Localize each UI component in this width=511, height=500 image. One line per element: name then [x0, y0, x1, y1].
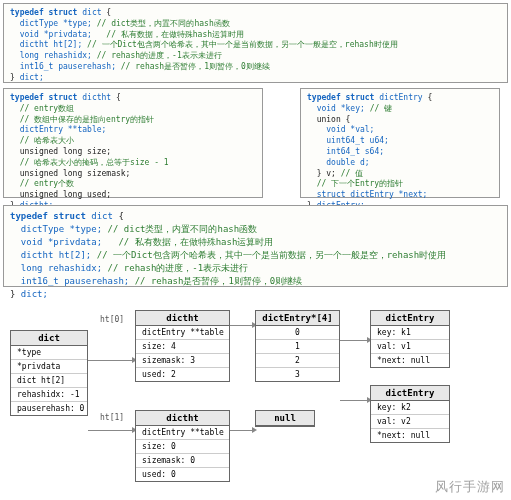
code-block-dict-bottom: typedef struct dict { dictType *type; //…: [3, 205, 508, 287]
box-row: used: 2: [136, 368, 229, 381]
box-row: *type: [11, 346, 87, 360]
box-row: size: 0: [136, 440, 229, 454]
box-row: 3: [256, 368, 339, 381]
comment: // 值: [341, 169, 363, 178]
comment: // 私有数据，在做特殊hash运算时用: [118, 237, 273, 247]
box-row: *next: null: [371, 354, 449, 367]
brace: }: [10, 73, 20, 82]
code-line: double d;: [326, 158, 369, 167]
comment: // dict类型，内置不同的hash函数: [97, 19, 230, 28]
code-line: int16_t pauserehash;: [21, 276, 129, 286]
arrow: [88, 360, 133, 361]
label-ht1: ht[1]: [100, 413, 124, 422]
box-row: key: k1: [371, 326, 449, 340]
box-row: sizemask: 0: [136, 454, 229, 468]
code-block-dict-top: typedef struct dict { dictType *type; //…: [3, 3, 508, 83]
comment: // entry数组: [20, 104, 75, 113]
box-row: 0: [256, 326, 339, 340]
arrow: [88, 430, 133, 431]
code-line: unsigned long size;: [20, 147, 112, 156]
code-block-dictentry: typedef struct dictEntry { void *key; //…: [300, 88, 500, 198]
comment: // rehash的进度，-1表示未进行: [108, 263, 249, 273]
code-line: } v;: [317, 169, 336, 178]
comment: // 下一个Entry的指针: [317, 179, 404, 188]
box-title: dictEntry: [371, 386, 449, 401]
comment: // rehash的进度，-1表示未进行: [97, 51, 222, 60]
arrow: [340, 340, 368, 341]
code-line: void *privdata;: [20, 30, 92, 39]
code-line: uint64_t u64;: [326, 136, 389, 145]
arrow: [230, 325, 253, 326]
keyword: typedef struct: [10, 93, 77, 102]
code-line: long rehashidx;: [21, 263, 102, 273]
box-title: dictht: [136, 411, 229, 426]
brace: {: [106, 8, 111, 17]
brace: {: [116, 93, 121, 102]
box-row: *privdata: [11, 360, 87, 374]
comment: // 哈希表大小: [20, 136, 74, 145]
label-ht0: ht[0]: [100, 315, 124, 324]
comment: // entry个数: [20, 179, 75, 188]
code-line: dictht ht[2];: [21, 250, 91, 260]
code-block-dictht: typedef struct dictht { // entry数组 // 数组…: [3, 88, 263, 198]
comment: // rehash是否暂停，1则暂停，0则继续: [121, 62, 270, 71]
diagram-box-array: dictEntry*[4] 0 1 2 3: [255, 310, 340, 382]
struct-name: dict;: [20, 73, 44, 82]
code-line: void *privdata;: [21, 237, 102, 247]
keyword: typedef struct: [307, 93, 374, 102]
code-line: dictht ht[2];: [20, 40, 83, 49]
brace: {: [427, 93, 432, 102]
keyword: typedef struct: [10, 8, 77, 17]
diagram-box-entry1: dictEntry key: k1 val: v1 *next: null: [370, 310, 450, 368]
box-row: used: 0: [136, 468, 229, 481]
box-row: dict ht[2]: [11, 374, 87, 388]
memory-diagram: ht[0] ht[1] dict *type *privdata dict ht…: [0, 300, 511, 500]
comment: // 键: [370, 104, 392, 113]
box-row: size: 4: [136, 340, 229, 354]
comment: // 哈希表大小的掩码，总等于size - 1: [20, 158, 169, 167]
code-line: void *val;: [326, 125, 374, 134]
struct-name: dictEntry: [379, 93, 422, 102]
comment: // rehash是否暂停，1则暂停，0则继续: [135, 276, 303, 286]
box-row: rehashidx: -1: [11, 388, 87, 402]
code-line: dictType *type;: [20, 19, 92, 28]
box-title: dictht: [136, 311, 229, 326]
comment: // 一个Dict包含两个哈希表，其中一个是当前数据，另一个一般是空，rehas…: [87, 40, 398, 49]
arrow: [340, 400, 368, 401]
box-title: dictEntry*[4]: [256, 311, 339, 326]
box-title: dict: [11, 331, 87, 346]
struct-name: dict: [91, 211, 113, 221]
comment: // 私有数据，在做特殊hash运算时用: [106, 30, 244, 39]
code-line: int16_t pauserehash;: [20, 62, 116, 71]
box-row: val: v2: [371, 415, 449, 429]
keyword: typedef struct: [10, 211, 86, 221]
box-row: *next: null: [371, 429, 449, 442]
diagram-box-dict: dict *type *privdata dict ht[2] rehashid…: [10, 330, 88, 416]
watermark: 风行手游网: [435, 478, 505, 496]
arrow: [230, 430, 253, 431]
code-line: dictType *type;: [21, 224, 102, 234]
diagram-box-null: null: [255, 410, 315, 427]
brace: {: [118, 211, 123, 221]
box-row: dictEntry **table: [136, 326, 229, 340]
code-line: dictEntry **table;: [20, 125, 107, 134]
code-line: unsigned long sizemask;: [20, 169, 131, 178]
code-line: unsigned long used;: [20, 190, 112, 199]
box-row: dictEntry **table: [136, 426, 229, 440]
diagram-box-dictht0: dictht dictEntry **table size: 4 sizemas…: [135, 310, 230, 382]
box-row: 1: [256, 340, 339, 354]
struct-name: dict: [82, 8, 101, 17]
box-title: null: [256, 411, 314, 426]
comment: // 数组中保存的是指向entry的指针: [20, 115, 155, 124]
brace: }: [10, 289, 21, 299]
box-title: dictEntry: [371, 311, 449, 326]
comment: // dict类型，内置不同的hash函数: [108, 224, 258, 234]
box-row: key: k2: [371, 401, 449, 415]
struct-name: dictht: [82, 93, 111, 102]
box-row: sizemask: 3: [136, 354, 229, 368]
box-row: 2: [256, 354, 339, 368]
code-line: struct dictEntry *next;: [317, 190, 428, 199]
box-row: val: v1: [371, 340, 449, 354]
code-line: void *key;: [317, 104, 365, 113]
code-line: long rehashidx;: [20, 51, 92, 60]
